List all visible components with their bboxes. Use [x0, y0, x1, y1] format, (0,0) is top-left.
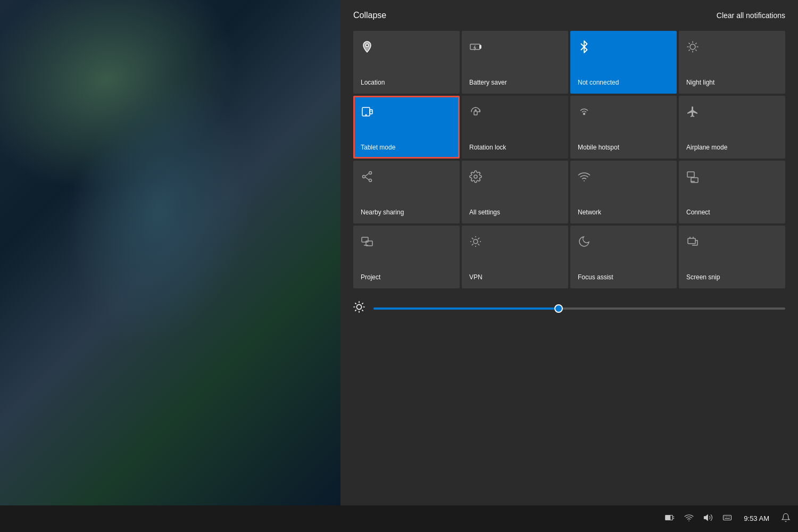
svg-line-20: [365, 173, 369, 176]
tile-vpn-label: VPN: [469, 273, 483, 281]
svg-line-8: [696, 50, 696, 51]
all-settings-icon: [469, 170, 482, 185]
svg-point-19: [363, 176, 365, 178]
svg-line-10: [696, 43, 696, 44]
connect-icon: [686, 170, 699, 185]
brightness-icon: [353, 301, 365, 315]
tile-battery-saver[interactable]: Battery saver: [462, 31, 568, 94]
screen-snip-icon: [686, 235, 699, 250]
collapse-button[interactable]: Collapse: [353, 11, 386, 20]
svg-point-36: [356, 304, 361, 309]
svg-point-16: [584, 113, 585, 115]
svg-marker-50: [704, 515, 708, 521]
svg-point-18: [369, 179, 372, 182]
tile-project-label: Project: [361, 273, 380, 281]
svg-line-44: [362, 303, 363, 304]
tile-bluetooth-label: Not connected: [578, 79, 619, 86]
svg-rect-15: [474, 111, 477, 115]
clear-all-notifications-button[interactable]: Clear all notifications: [717, 11, 785, 20]
svg-rect-13: [370, 110, 372, 114]
svg-line-39: [355, 303, 356, 304]
tile-connect[interactable]: Connect: [679, 161, 785, 223]
tile-mobile-hotspot[interactable]: Mobile hotspot: [570, 96, 677, 159]
tile-location-label: Location: [361, 79, 385, 86]
bluetooth-icon: [578, 40, 591, 55]
system-clock[interactable]: 9:53 AM: [739, 514, 774, 523]
rotation-lock-icon: [469, 105, 482, 120]
tile-all-settings-label: All settings: [469, 209, 500, 216]
notifications-taskbar-icon[interactable]: [779, 511, 793, 527]
nearby-sharing-icon: [361, 170, 373, 185]
brightness-fill: [373, 307, 559, 310]
svg-line-43: [355, 310, 356, 311]
location-icon: [361, 40, 373, 55]
tile-focus-assist-label: Focus assist: [578, 273, 613, 281]
system-tray: 9:53 AM: [663, 511, 793, 527]
svg-rect-24: [687, 172, 694, 177]
svg-rect-33: [688, 238, 695, 244]
focus-assist-icon: [578, 235, 591, 250]
svg-point-17: [369, 172, 372, 174]
svg-point-2: [690, 44, 695, 49]
battery-taskbar-icon[interactable]: [663, 511, 677, 527]
tile-tablet-mode-label: Tablet mode: [361, 144, 395, 151]
tile-screen-snip[interactable]: Screen snip: [679, 226, 785, 288]
tile-night-light[interactable]: Night light: [679, 31, 785, 94]
tile-rotation-lock-label: Rotation lock: [469, 144, 506, 151]
svg-line-9: [689, 50, 689, 51]
quick-actions-grid: Location Battery saver Not connected: [340, 29, 798, 290]
brightness-slider[interactable]: [373, 307, 785, 310]
battery-icon: [469, 40, 482, 55]
tile-all-settings[interactable]: All settings: [462, 161, 568, 223]
svg-rect-1: [480, 45, 481, 48]
tile-battery-saver-label: Battery saver: [469, 79, 507, 86]
project-icon: [361, 235, 373, 250]
svg-line-21: [365, 177, 369, 180]
tile-airplane-mode-label: Airplane mode: [686, 144, 727, 151]
volume-taskbar-icon[interactable]: [701, 511, 715, 527]
tile-mobile-hotspot-label: Mobile hotspot: [578, 144, 619, 151]
tile-bluetooth[interactable]: Not connected: [570, 31, 677, 94]
taskbar: 9:53 AM: [0, 505, 798, 532]
tile-vpn[interactable]: VPN: [462, 226, 568, 288]
tile-network[interactable]: Network: [570, 161, 677, 223]
tile-location[interactable]: Location: [353, 31, 460, 94]
svg-line-40: [362, 310, 363, 311]
svg-point-22: [474, 175, 477, 178]
svg-rect-51: [724, 516, 732, 520]
airplane-mode-icon: [686, 105, 699, 120]
tile-network-label: Network: [578, 209, 601, 216]
network-icon: [578, 170, 591, 185]
panel-header: Collapse Clear all notifications: [340, 0, 798, 29]
tile-rotation-lock[interactable]: Rotation lock: [462, 96, 568, 159]
tile-nearby-sharing[interactable]: Nearby sharing: [353, 161, 460, 223]
mobile-hotspot-icon: [578, 105, 591, 120]
keyboard-taskbar-icon[interactable]: [720, 511, 734, 527]
brightness-thumb[interactable]: [554, 304, 563, 313]
tile-focus-assist[interactable]: Focus assist: [570, 226, 677, 288]
tile-night-light-label: Night light: [686, 79, 714, 86]
action-center-panel: Collapse Clear all notifications Locatio…: [340, 0, 798, 505]
night-light-icon: [686, 40, 699, 55]
tile-airplane-mode[interactable]: Airplane mode: [679, 96, 785, 159]
svg-line-7: [689, 43, 689, 44]
svg-point-12: [365, 114, 367, 115]
desktop-background: [0, 0, 340, 505]
vpn-icon: [469, 235, 482, 250]
tile-connect-label: Connect: [686, 209, 710, 216]
tile-tablet-mode[interactable]: Tablet mode: [353, 96, 460, 159]
tile-project[interactable]: Project: [353, 226, 460, 288]
tile-screen-snip-label: Screen snip: [686, 273, 720, 281]
brightness-row: [340, 290, 798, 326]
wifi-taskbar-icon[interactable]: [682, 511, 696, 527]
tablet-mode-icon: [361, 105, 373, 120]
svg-rect-48: [666, 516, 670, 520]
svg-point-32: [473, 239, 478, 244]
tile-nearby-sharing-label: Nearby sharing: [361, 209, 404, 216]
